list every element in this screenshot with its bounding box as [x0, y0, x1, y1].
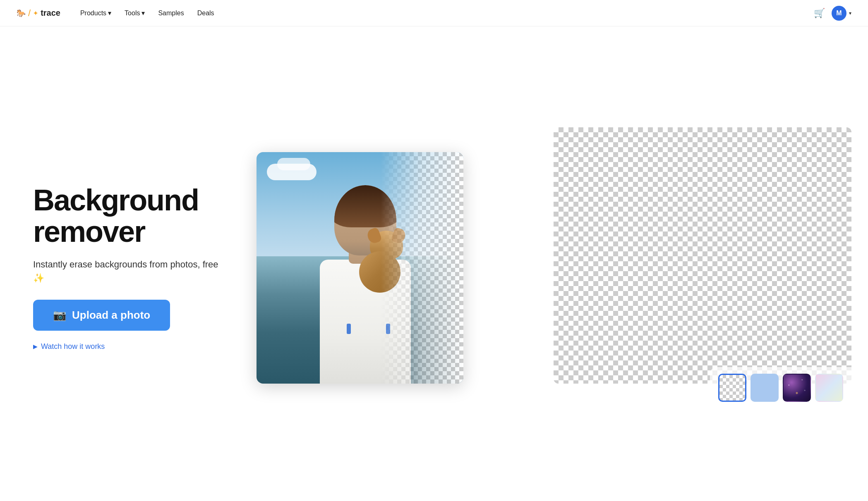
checker-background	[554, 127, 851, 384]
hero-content: Background remover Instantly erase backg…	[33, 185, 232, 351]
avatar: M	[832, 6, 846, 21]
nav-samples[interactable]: Samples	[153, 7, 189, 19]
dog-ear-left	[366, 227, 382, 245]
nav-links: Products ▾ Tools ▾ Samples Deals	[75, 7, 219, 19]
user-menu[interactable]: M ▾	[832, 6, 851, 21]
cloud-2	[277, 158, 310, 170]
upload-button[interactable]: 📷 Upload a photo	[33, 300, 170, 331]
transparent-overlay	[381, 152, 463, 384]
demo-photo	[257, 152, 463, 384]
swatch-transparent[interactable]	[718, 374, 746, 402]
swatch-pastel[interactable]	[815, 374, 843, 402]
hero-image-area	[248, 127, 851, 408]
hero-title: Background remover	[33, 185, 232, 247]
camera-icon: 📷	[53, 309, 66, 322]
earring-left	[347, 324, 351, 334]
logo-text: trace	[41, 8, 60, 18]
products-chevron-icon: ▾	[108, 9, 111, 17]
tools-chevron-icon: ▾	[141, 9, 145, 17]
logo[interactable]: 🐎/✦trace	[17, 8, 60, 19]
nav-products[interactable]: Products ▾	[75, 7, 116, 19]
navbar: 🐎/✦trace Products ▾ Tools ▾ Samples Deal…	[0, 0, 868, 26]
cart-icon[interactable]: 🛒	[814, 8, 825, 19]
nav-right: 🛒 M ▾	[814, 6, 851, 21]
hero-section: Background remover Instantly erase backg…	[0, 26, 868, 501]
user-menu-chevron-icon: ▾	[849, 10, 851, 16]
photo-scene	[257, 152, 463, 384]
swatch-galaxy[interactable]	[783, 374, 811, 402]
nav-left: 🐎/✦trace Products ▾ Tools ▾ Samples Deal…	[17, 7, 219, 19]
watch-how-link[interactable]: ▶ Watch how it works	[33, 342, 232, 351]
logo-slash: /	[28, 8, 31, 19]
logo-horse-icon: 🐎	[17, 9, 26, 18]
play-icon: ▶	[33, 343, 38, 350]
nav-deals[interactable]: Deals	[192, 7, 219, 19]
logo-star-icon: ✦	[33, 10, 38, 17]
hero-subtitle: Instantly erase backgrounds from photos,…	[33, 258, 232, 285]
nav-tools[interactable]: Tools ▾	[120, 7, 150, 19]
swatch-light-blue[interactable]	[751, 374, 779, 402]
background-swatches	[710, 367, 851, 408]
